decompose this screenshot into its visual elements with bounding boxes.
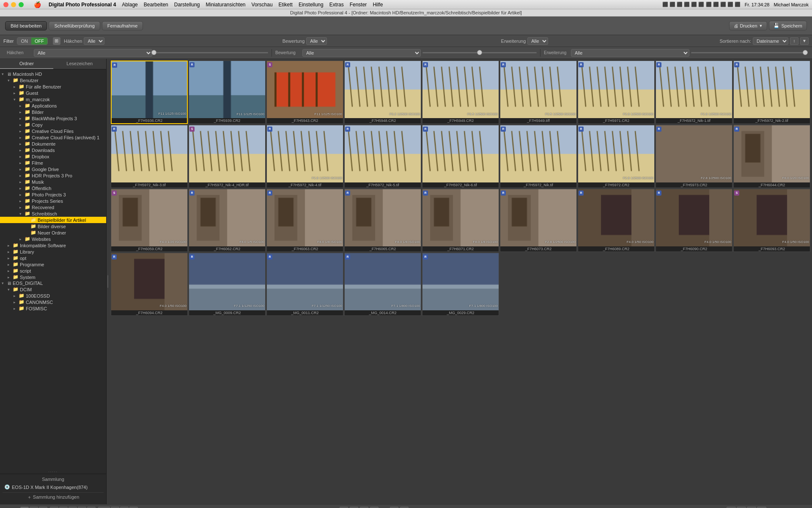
sidebar-item-downloads[interactable]: ▸📁 Downloads [0,147,106,153]
sidebar-item-musik[interactable]: ▸📁 Musik [0,179,106,185]
sidebar-item-script[interactable]: ▸📁 script [0,268,106,274]
bild-bearbeiten-button[interactable]: Bild bearbeiten [5,21,47,30]
nav-next-button[interactable]: ⟩ [370,507,379,508]
fernaufnahme-button[interactable]: Fernaufnahme [102,21,143,30]
sidebar-item-canonmsc[interactable]: ▸📁 CANONMSC [0,299,106,305]
sidebar-item-dcim[interactable]: ▾📁 DCIM [0,286,106,293]
slider-erweiterung-select[interactable]: Alle [571,49,689,57]
raw-row-button[interactable]: ⊟ [129,507,138,508]
expand-arrow[interactable]: ▸ [19,129,25,133]
menubar-einstellung[interactable]: Einstellung [299,2,324,8]
photo-cell[interactable]: RF2.8 1/2500 ISO100_F7H5972.CR2 [578,125,655,188]
sidebar-item-fosmisc[interactable]: ▸📁 FOSMISC [0,305,106,312]
sidebar-item-100eossd[interactable]: ▸📁 100EOSSD [0,293,106,299]
photo-cell[interactable]: RF4.0 1/50 ISO100_F7H6090.CR2 [656,189,732,252]
raw-button[interactable]: RAW [98,507,110,508]
minimize-button[interactable] [11,2,16,7]
photo-cell[interactable]: RF7.1 1/800 ISO100_MG_0014.CR2 [344,253,421,316]
sidebar-item-creative-cloud-files--archived--1[interactable]: ▸📁 Creative Cloud Files (archived) 1 [0,134,106,141]
rotate-right-button[interactable]: ↻ [400,507,409,508]
menubar-app-name[interactable]: Digital Photo Professional 4 [49,2,116,8]
tab-lesezeichen[interactable]: Lesezeichen [53,59,107,69]
photo-cell[interactable]: RF8.0 1/8 ISO100_F7H6071.CR2 [422,189,499,252]
expand-arrow[interactable]: ▸ [19,193,25,197]
zoom-9-button[interactable]: 9 [78,507,86,508]
photo-cell[interactable]: R_F7H5972_Nik-5.tif [344,125,421,188]
zoom-4-button[interactable]: 4 [69,507,77,508]
collection-item[interactable]: 💿 EOS-1D X Mark II Kopenhagen(874) [3,483,104,491]
expand-arrow[interactable]: ▾ [8,78,13,83]
zoom-plus-button[interactable]: + [87,507,96,508]
sort-order-button[interactable]: ↕ [790,37,798,45]
expand-arrow[interactable]: ▸ [8,243,13,248]
profile-2-button[interactable]: 2 [737,507,746,508]
add-collection-button[interactable]: ＋ Sammlung hinzufügen [3,492,104,502]
filter-icon[interactable]: ⊞ [53,37,60,45]
sidebar-item-m-marczok[interactable]: ▾📁 m_marczok [0,96,106,102]
filter-off[interactable]: OFF [31,38,47,44]
photo-cell[interactable]: RF3.5 1/2500 ISO100_F7H5949.tiff [500,61,577,124]
sidebar-item-schreibtisch[interactable]: ▾📁 Schreibtisch [0,210,106,217]
menubar-miniaturansichten[interactable]: Miniaturansichten [206,2,245,8]
photo-cell[interactable]: R_F7H5972_Nik-2.tif [733,61,810,124]
photo-cell[interactable]: RF2.8 1/2500 ISO100_F7H5971.CR2 [578,61,655,124]
menubar-etikett[interactable]: Etikett [279,2,293,8]
photo-cell[interactable]: RF8.0 1/5 ISO100_F7H6062.CR2 [189,189,266,252]
expand-arrow[interactable]: ▾ [2,281,7,285]
profile-4-button[interactable]: 4 [757,507,766,508]
slider-bewertung-select[interactable]: Alle [302,49,421,57]
sidebar-item-neuer-ordner[interactable]: 📁 Neuer Ordner [0,229,106,236]
photo-cell[interactable]: RF8.0 1/8 ISO100_F7H6065.CR2 [344,189,421,252]
sidebar-item-programme[interactable]: ▸📁 Programme [0,261,106,268]
erweiterung-thumb[interactable] [803,50,808,55]
expand-arrow[interactable]: ▸ [19,116,25,121]
profile-1-button[interactable]: 1 [727,507,736,508]
photo-cell[interactable]: RF2.8 1/2500 ISO100_F7H5972_Nik-1.tif [656,61,732,124]
expand-arrow[interactable]: ▾ [14,97,19,102]
expand-arrow[interactable]: ▸ [19,180,25,184]
expand-arrow[interactable]: ▸ [8,275,13,279]
expand-arrow[interactable]: ▸ [19,205,25,210]
schnellueberpruefung-button[interactable]: Schnellüberprüfung [49,21,100,30]
apple-menu[interactable]: 🍎 [34,1,41,8]
expand-arrow[interactable]: ▸ [8,256,13,260]
menubar-vorschau[interactable]: Vorschau [252,2,273,8]
expand-arrow[interactable]: ▸ [14,300,19,304]
sidebar-item-projects-series[interactable]: ▸📁 Projects Series [0,198,106,204]
expand-arrow[interactable]: ▸ [19,237,25,241]
photo-cell[interactable]: RF8.0 1/20 ISO100_F7H6044.CR2 [733,125,810,188]
filter-expand-button[interactable]: ▼ [800,37,809,45]
speichern-button[interactable]: 💾 Speichern [769,21,807,30]
photo-cell[interactable]: RF7.1 1/1250 ISO100_MG_0009.CR2 [189,253,266,316]
expand-arrow[interactable]: ▸ [8,262,13,267]
photo-cell[interactable]: SF4.0 1/50 ISO100_F7H6093.CR2 [733,189,810,252]
expand-arrow[interactable]: ▸ [19,148,25,152]
sidebar-item-beispielbilder-f-r-artikel[interactable]: 📁 Beispielbilder für Artikel [0,217,106,223]
raw-grid-button[interactable]: ⊞ [111,507,119,508]
filter-toggle[interactable]: ON OFF [17,37,48,45]
sort-select[interactable]: Dateiname [753,37,788,45]
sidebar-item-bilder-diverse[interactable]: 📁 Bilder diverse [0,223,106,229]
photo-cell[interactable]: RF4.0 1/50 ISO100_F7H6094.CR2 [111,253,188,316]
menubar-bearbeiten[interactable]: Bearbeiten [144,2,168,8]
menubar-extras[interactable]: Extras [329,2,344,8]
sidebar-item-f-r-alle-benutzer[interactable]: ▸📁 Für alle Benutzer [0,83,106,90]
sidebar-item-photo-projects-3[interactable]: ▸📁 Photo Projects 3 [0,191,106,198]
menubar-darstellung[interactable]: Darstellung [174,2,200,8]
sidebar-item-inkompatible-software[interactable]: ▸📁 Inkompatible Software [0,242,106,248]
expand-arrow[interactable]: ▸ [14,306,19,311]
photo-cell[interactable]: RF2.8 1/2500 ISO100_F7H5973.CR2 [656,125,732,188]
expand-arrow[interactable]: ▸ [8,269,13,273]
expand-arrow[interactable]: ▸ [14,91,19,95]
hakchen-select[interactable]: Alle [84,37,104,45]
expand-arrow[interactable]: ▸ [19,142,25,146]
expand-arrow[interactable]: ▸ [19,135,25,140]
photo-cell[interactable]: RF4.0 1/50 ISO100_F7H6089.CR2 [578,189,655,252]
photo-cell[interactable]: RF3.2 1/2500 ISO100_F7H5948.CR2 [344,61,421,124]
sidebar-item-system[interactable]: ▸📁 System [0,274,106,280]
expand-arrow[interactable]: ▸ [19,155,25,159]
nav-next2-button[interactable]: › [360,507,368,508]
zoom-minus-button[interactable]: − [50,507,58,508]
expand-arrow[interactable]: ▸ [19,186,25,190]
expand-arrow[interactable]: ▸ [19,199,25,203]
